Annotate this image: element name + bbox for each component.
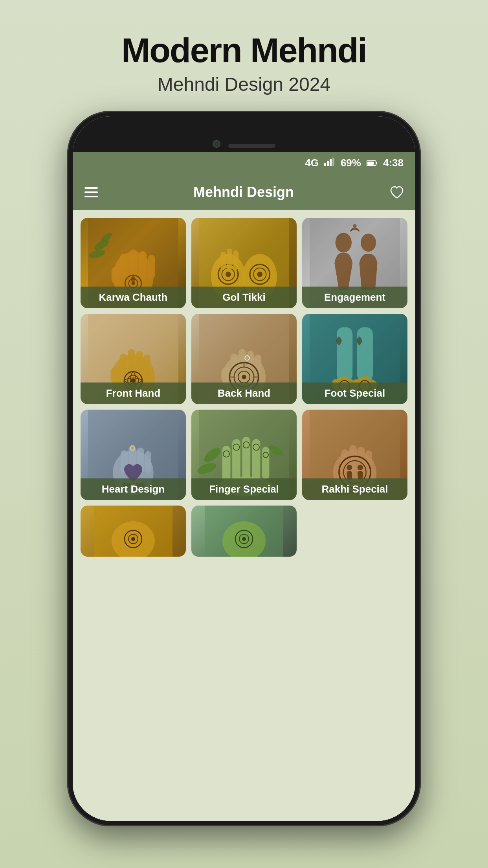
svg-point-35 (353, 224, 356, 228)
battery-percentage: 69% (341, 157, 361, 169)
phone-shell: 4G 69% 4:38 (67, 111, 421, 826)
svg-rect-31 (233, 250, 238, 270)
svg-rect-87 (262, 447, 269, 479)
page-header: Modern Mehndi Mehndi Design 2024 (121, 0, 367, 95)
grid-item-front-hand[interactable]: Front Hand (81, 314, 186, 404)
svg-rect-1 (327, 161, 329, 166)
svg-point-25 (226, 272, 231, 277)
grid-item-label-rakhi-special: Rakhi Special (302, 478, 407, 500)
grid-item-rakhi-special[interactable]: Rakhi Special (302, 410, 407, 500)
grid-item-label-front-hand: Front Hand (81, 383, 186, 404)
app-header: Mehndi Design (73, 175, 415, 210)
grid-item-label-engagement: Engagement (302, 287, 407, 308)
camera-dot (213, 140, 220, 148)
svg-rect-29 (220, 252, 226, 270)
svg-rect-83 (222, 446, 231, 482)
svg-rect-5 (376, 162, 377, 164)
grid-item-finger-special[interactable]: Finger Special (191, 410, 297, 500)
grid-item-row4a[interactable] (81, 506, 186, 557)
phone-speaker (228, 144, 275, 148)
grid-item-label-back-hand: Back Hand (191, 383, 297, 404)
svg-rect-99 (341, 449, 349, 473)
svg-point-106 (358, 465, 363, 470)
signal-bars (324, 157, 335, 169)
page-subtitle: Mehndi Design 2024 (121, 74, 367, 95)
svg-rect-2 (330, 159, 332, 166)
time-display: 4:38 (383, 157, 404, 169)
svg-rect-11 (139, 251, 147, 279)
grid-item-label-karwa-chauth: Karwa Chauth (81, 287, 186, 308)
svg-point-112 (131, 537, 135, 541)
network-indicator: 4G (305, 157, 319, 169)
svg-rect-42 (111, 367, 121, 383)
svg-rect-63 (337, 327, 352, 381)
grid-item-back-hand[interactable]: Back Hand (191, 314, 297, 404)
svg-point-34 (361, 234, 376, 252)
grid-item-label-foot-special: Foot Special (302, 383, 407, 404)
grid-item-gol-tikki[interactable]: Gol Tikki (191, 218, 297, 308)
svg-rect-30 (227, 248, 232, 270)
grid-item-foot-special[interactable]: Foot Special (302, 314, 407, 404)
status-bar: 4G 69% 4:38 (73, 152, 415, 175)
svg-rect-38 (120, 353, 127, 377)
svg-rect-9 (120, 254, 128, 279)
svg-rect-64 (357, 327, 373, 381)
battery-icon (367, 157, 378, 169)
svg-point-28 (257, 272, 262, 277)
svg-rect-6 (367, 162, 374, 165)
app-header-title: Mehndi Design (193, 184, 294, 200)
svg-rect-13 (112, 267, 121, 284)
svg-rect-3 (332, 158, 334, 166)
app-content: Karwa Chauth (73, 210, 415, 821)
grid-item-karwa-chauth[interactable]: Karwa Chauth (81, 218, 186, 308)
svg-rect-40 (136, 351, 143, 377)
svg-point-33 (336, 233, 352, 253)
grid-item-label-heart-design: Heart Design (81, 478, 186, 500)
page-title: Modern Mehndi (121, 31, 367, 70)
svg-point-56 (242, 375, 246, 379)
grid-item-heart-design[interactable]: Heart Design (81, 410, 186, 500)
svg-rect-80 (145, 451, 151, 473)
grid-item-row4b[interactable] (191, 506, 297, 557)
grid-item-label-finger-special: Finger Special (191, 478, 297, 500)
svg-rect-41 (144, 354, 150, 377)
phone-screen: 4G 69% 4:38 (73, 116, 415, 821)
svg-point-105 (347, 465, 352, 470)
hamburger-line-1 (84, 187, 98, 189)
svg-point-117 (242, 537, 246, 541)
grid-item-label-gol-tikki: Gol Tikki (191, 287, 297, 308)
grid-item-engagement[interactable]: Engagement (302, 218, 407, 308)
category-grid: Karwa Chauth (81, 218, 407, 557)
hamburger-menu-button[interactable] (84, 187, 98, 197)
hamburger-line-3 (84, 196, 98, 197)
svg-rect-12 (148, 255, 155, 278)
hamburger-line-2 (84, 191, 98, 193)
phone-top-bar (73, 116, 415, 152)
svg-rect-10 (129, 249, 138, 279)
favorites-heart-button[interactable] (389, 185, 404, 199)
svg-rect-0 (324, 163, 326, 166)
